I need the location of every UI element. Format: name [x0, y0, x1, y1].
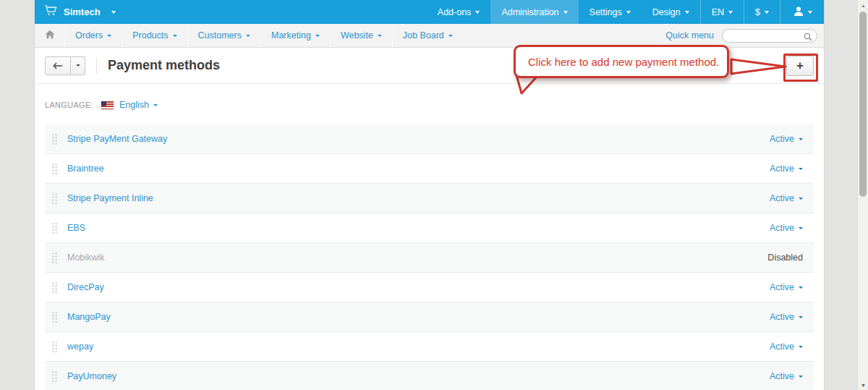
language-dropdown[interactable]: English [119, 100, 158, 110]
payment-method-link[interactable]: EBS [67, 223, 85, 233]
topbar-item-currency[interactable]: $ [744, 0, 780, 24]
chevron-down-icon [799, 376, 803, 378]
payment-method-link[interactable]: Stripe Payment Inline [67, 193, 153, 203]
status-dropdown[interactable]: Active [770, 223, 814, 233]
subnav-item-label: Website [341, 30, 373, 41]
topbar-item-label: EN [712, 7, 724, 17]
payment-method-link[interactable]: MangoPay [67, 312, 111, 322]
drag-handle-icon[interactable] [51, 341, 59, 353]
status-dropdown[interactable]: Active [770, 193, 814, 203]
status-label: Active [770, 282, 794, 292]
subnav-item-website[interactable]: Website [330, 24, 392, 48]
status-dropdown[interactable]: Active [770, 134, 814, 144]
user-account-menu[interactable] [780, 0, 824, 24]
status-label: Active [770, 134, 794, 144]
language-selector-row: LANGUAGE: English [45, 96, 814, 114]
chevron-down-icon [799, 316, 803, 318]
payment-method-link[interactable]: DirecPay [67, 282, 104, 292]
chevron-down-icon [315, 35, 320, 37]
chevron-down-icon [626, 11, 631, 14]
payment-method-link[interactable]: Stripe PayMent Gateway [67, 134, 167, 144]
subnav-item-job-board[interactable]: Job Board [392, 24, 463, 48]
subnav-item-label: Customers [198, 30, 242, 41]
scroll-up-arrow-icon[interactable]: ▲ [858, 3, 868, 8]
subnav-item-label: Job Board [403, 30, 444, 41]
subnav-item-products[interactable]: Products [122, 24, 187, 48]
back-button-group [45, 56, 85, 75]
add-payment-method-button[interactable]: + [786, 56, 814, 76]
status-dropdown[interactable]: Active [770, 371, 814, 381]
status-dropdown[interactable]: Active [770, 342, 814, 352]
chevron-down-icon [685, 11, 689, 14]
content-area: Payment methods + LANGUAGE: English Stri… [35, 48, 824, 390]
chevron-down-icon [728, 11, 733, 14]
topbar-item-administration[interactable]: Administration [490, 0, 578, 24]
subnav-item-label: Marketing [271, 30, 311, 41]
payment-method-link[interactable]: PayUmoney [67, 371, 116, 381]
browser-viewport: Simtech Add-onsAdministrationSettingsDes… [0, 0, 868, 390]
drag-handle-icon[interactable] [51, 281, 59, 294]
payment-method-row: BraintreeActive [45, 154, 814, 184]
status-dropdown[interactable]: Active [770, 164, 814, 174]
subnav-item-orders[interactable]: Orders [64, 24, 122, 48]
chevron-down-icon [111, 11, 116, 14]
user-icon [793, 6, 804, 19]
topbar-item-label: Design [652, 7, 681, 17]
chevron-down-icon [246, 35, 250, 37]
status-dropdown[interactable]: Active [770, 282, 814, 292]
browser-scrollbar[interactable]: ▲ ▼ [857, 0, 868, 390]
cart-icon [44, 5, 57, 19]
topbar-item-language-en[interactable]: EN [701, 0, 744, 24]
topbar-item-label: Add-ons [438, 7, 472, 17]
language-label: LANGUAGE: [45, 101, 93, 109]
chevron-down-icon [799, 168, 803, 170]
chevron-down-icon [448, 35, 453, 37]
payment-method-row: MobikwikDisabled [45, 243, 814, 273]
status-dropdown[interactable]: Active [770, 312, 814, 322]
home-button[interactable] [35, 29, 64, 42]
topbar-item-addons[interactable]: Add-ons [427, 0, 491, 24]
status-label: Disabled [767, 253, 803, 263]
subnav-item-marketing[interactable]: Marketing [260, 24, 330, 48]
quick-menu-link[interactable]: Quick menu [665, 30, 714, 41]
status-label: Active [770, 193, 794, 203]
drag-handle-icon[interactable] [51, 370, 59, 383]
back-dropdown-button[interactable] [71, 56, 85, 75]
chevron-down-icon [475, 11, 480, 14]
drag-handle-icon[interactable] [51, 133, 59, 145]
payment-method-link[interactable]: Braintree [67, 164, 104, 174]
topbar-item-label: Settings [590, 7, 622, 17]
scroll-down-arrow-icon[interactable]: ▼ [858, 383, 868, 388]
payment-method-row: Stripe Payment InlineActive [45, 184, 814, 213]
subnav-menu: OrdersProductsCustomersMarketingWebsiteJ… [64, 24, 463, 48]
brand-menu[interactable]: Simtech [35, 0, 125, 24]
back-button[interactable] [45, 56, 71, 75]
drag-handle-icon[interactable] [51, 252, 59, 264]
language-value: English [119, 100, 149, 110]
chevron-down-icon [153, 104, 158, 106]
subnav-item-label: Orders [75, 30, 103, 41]
status-label: Active [770, 312, 794, 322]
drag-handle-icon[interactable] [51, 192, 59, 205]
scrollbar-thumb[interactable] [859, 12, 867, 197]
topbar: Simtech Add-onsAdministrationSettingsDes… [35, 0, 824, 24]
topbar-item-design[interactable]: Design [642, 0, 700, 24]
chevron-down-icon [173, 35, 177, 37]
status-label: Active [770, 371, 794, 381]
chevron-down-icon [799, 287, 803, 289]
chevron-down-icon [765, 11, 769, 14]
payment-methods-table: Stripe PayMent GatewayActiveBraintreeAct… [45, 124, 814, 390]
chevron-down-icon [563, 11, 568, 14]
drag-handle-icon[interactable] [51, 311, 59, 323]
subnav-item-customers[interactable]: Customers [187, 24, 260, 48]
drag-handle-icon[interactable] [51, 163, 59, 175]
status-label: Active [770, 342, 794, 352]
annotation-callout: Click here to add new payment method. [514, 45, 729, 78]
drag-handle-icon[interactable] [51, 222, 59, 234]
subnav-right: Quick menu [665, 28, 824, 43]
topbar-item-label: $ [755, 7, 760, 17]
search-icon [804, 31, 812, 44]
payment-method-link[interactable]: wepay [67, 342, 93, 352]
topbar-menu: Add-onsAdministrationSettingsDesignEN$ [427, 0, 780, 24]
topbar-item-settings[interactable]: Settings [579, 0, 642, 24]
